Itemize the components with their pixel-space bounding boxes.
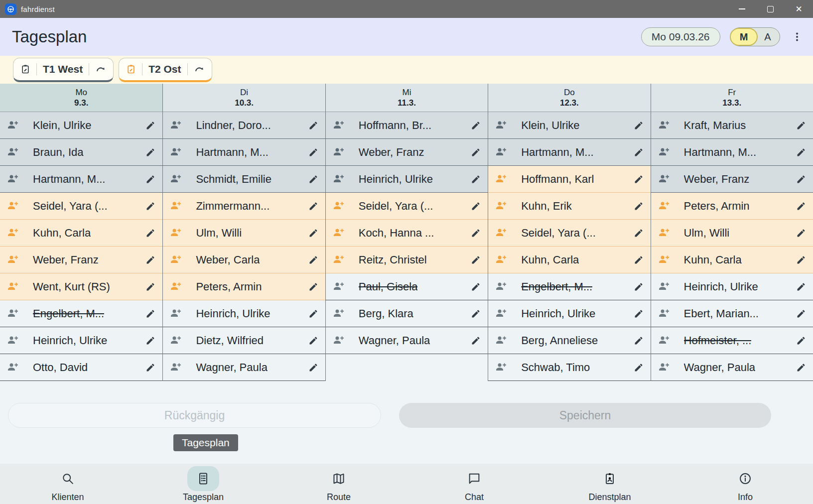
edit-pencil-icon[interactable]	[308, 363, 318, 373]
schedule-cell[interactable]: Heinrich, Ulrike	[651, 273, 813, 300]
tab-t2-ost[interactable]: T2 Ost	[119, 58, 212, 82]
edit-pencil-icon[interactable]	[471, 147, 481, 157]
schedule-cell[interactable]: Hofmeister, ...	[651, 327, 813, 354]
person-add-icon[interactable]	[658, 200, 670, 212]
edit-pencil-icon[interactable]	[308, 147, 318, 157]
edit-pencil-icon[interactable]	[796, 255, 806, 265]
person-add-icon[interactable]	[170, 335, 182, 347]
person-add-icon[interactable]	[333, 308, 345, 320]
tab-t1-west[interactable]: T1 West	[13, 58, 114, 82]
schedule-cell[interactable]: Reitz, Christel	[326, 247, 488, 273]
edit-pencil-icon[interactable]	[145, 201, 155, 211]
person-add-icon[interactable]	[333, 227, 345, 239]
save-button[interactable]: Speichern	[399, 403, 771, 428]
person-add-icon[interactable]	[170, 200, 182, 212]
person-add-icon[interactable]	[7, 308, 19, 320]
person-add-icon[interactable]	[7, 146, 19, 158]
schedule-cell[interactable]: Hartmann, M...	[0, 166, 162, 193]
schedule-cell[interactable]: Engelbert, M...	[488, 273, 650, 300]
edit-pencil-icon[interactable]	[471, 336, 481, 346]
schedule-cell[interactable]: Hartmann, M...	[163, 139, 325, 166]
nav-item-tagesplan[interactable]: Tagesplan	[136, 464, 271, 504]
day-header-di[interactable]: Di10.3.	[163, 84, 325, 112]
nav-item-chat[interactable]: Chat	[406, 464, 542, 504]
edit-pencil-icon[interactable]	[145, 309, 155, 319]
schedule-cell[interactable]: Paul, Gisela	[326, 273, 488, 300]
day-header-mi[interactable]: Mi11.3.	[326, 84, 488, 112]
schedule-cell[interactable]: Seidel, Yara (...	[488, 220, 650, 247]
schedule-cell[interactable]: Seidel, Yara (...	[0, 193, 162, 220]
edit-pencil-icon[interactable]	[634, 282, 644, 292]
person-add-icon[interactable]	[495, 308, 507, 320]
schedule-cell[interactable]: Wagner, Paula	[326, 327, 488, 354]
person-add-icon[interactable]	[333, 173, 345, 185]
person-add-icon[interactable]	[7, 173, 19, 185]
edit-pencil-icon[interactable]	[471, 121, 481, 130]
person-add-icon[interactable]	[658, 227, 670, 239]
minimize-button[interactable]	[728, 0, 756, 18]
undo-button[interactable]: Rückgängig	[8, 403, 381, 428]
overflow-menu-button[interactable]	[790, 28, 804, 46]
edit-pencil-icon[interactable]	[471, 309, 481, 319]
person-add-icon[interactable]	[170, 362, 182, 374]
schedule-cell[interactable]: Weber, Franz	[0, 247, 162, 273]
person-add-icon[interactable]	[170, 308, 182, 320]
edit-pencil-icon[interactable]	[308, 336, 318, 346]
day-header-fr[interactable]: Fr13.3.	[651, 84, 813, 112]
schedule-cell[interactable]: Kuhn, Carla	[488, 247, 650, 273]
edit-pencil-icon[interactable]	[145, 363, 155, 373]
person-add-icon[interactable]	[333, 254, 345, 266]
person-add-icon[interactable]	[170, 120, 182, 131]
schedule-cell[interactable]: Otto, David	[0, 354, 162, 381]
edit-pencil-icon[interactable]	[145, 336, 155, 346]
edit-pencil-icon[interactable]	[471, 282, 481, 292]
edit-pencil-icon[interactable]	[471, 228, 481, 238]
person-add-icon[interactable]	[495, 200, 507, 212]
edit-pencil-icon[interactable]	[634, 363, 644, 373]
edit-pencil-icon[interactable]	[145, 147, 155, 157]
schedule-cell[interactable]: Peters, Armin	[651, 193, 813, 220]
edit-pencil-icon[interactable]	[796, 309, 806, 319]
person-add-icon[interactable]	[7, 200, 19, 212]
person-add-icon[interactable]	[658, 281, 670, 293]
schedule-cell[interactable]: Lindner, Doro...	[163, 112, 325, 139]
edit-pencil-icon[interactable]	[145, 121, 155, 130]
edit-pencil-icon[interactable]	[308, 228, 318, 238]
person-add-icon[interactable]	[495, 281, 507, 293]
edit-pencil-icon[interactable]	[471, 255, 481, 265]
person-add-icon[interactable]	[495, 227, 507, 239]
person-add-icon[interactable]	[7, 281, 19, 293]
schedule-cell[interactable]: Engelbert, M...	[0, 300, 162, 327]
edit-pencil-icon[interactable]	[796, 174, 806, 184]
person-add-icon[interactable]	[333, 335, 345, 347]
edit-pencil-icon[interactable]	[308, 255, 318, 265]
nav-item-dienstplan[interactable]: Dienstplan	[542, 464, 678, 504]
edit-pencil-icon[interactable]	[634, 201, 644, 211]
person-add-icon[interactable]	[7, 254, 19, 266]
schedule-cell[interactable]: Dietz, Wilfried	[163, 327, 325, 354]
person-add-icon[interactable]	[170, 146, 182, 158]
edit-pencil-icon[interactable]	[308, 121, 318, 130]
person-add-icon[interactable]	[495, 173, 507, 185]
redo-icon[interactable]	[95, 64, 106, 75]
edit-pencil-icon[interactable]	[145, 282, 155, 292]
schedule-cell[interactable]: Ulm, Willi	[163, 220, 325, 247]
person-add-icon[interactable]	[333, 200, 345, 212]
nav-item-klienten[interactable]: Klienten	[0, 464, 136, 504]
schedule-cell[interactable]: Kuhn, Carla	[651, 247, 813, 273]
person-add-icon[interactable]	[7, 335, 19, 347]
schedule-cell[interactable]: Hoffmann, Karl	[488, 166, 650, 193]
maximize-button[interactable]	[756, 0, 785, 18]
person-add-icon[interactable]	[7, 227, 19, 239]
edit-pencil-icon[interactable]	[796, 147, 806, 157]
schedule-cell[interactable]: Heinrich, Ulrike	[488, 300, 650, 327]
schedule-cell[interactable]: Braun, Ida	[0, 139, 162, 166]
edit-pencil-icon[interactable]	[796, 228, 806, 238]
day-header-mo[interactable]: Mo9.3.	[0, 84, 162, 112]
schedule-cell[interactable]: Heinrich, Ulrike	[163, 300, 325, 327]
edit-pencil-icon[interactable]	[308, 282, 318, 292]
person-add-icon[interactable]	[7, 362, 19, 374]
edit-pencil-icon[interactable]	[308, 309, 318, 319]
edit-pencil-icon[interactable]	[796, 363, 806, 373]
schedule-cell[interactable]: Berg, Anneliese	[488, 327, 650, 354]
